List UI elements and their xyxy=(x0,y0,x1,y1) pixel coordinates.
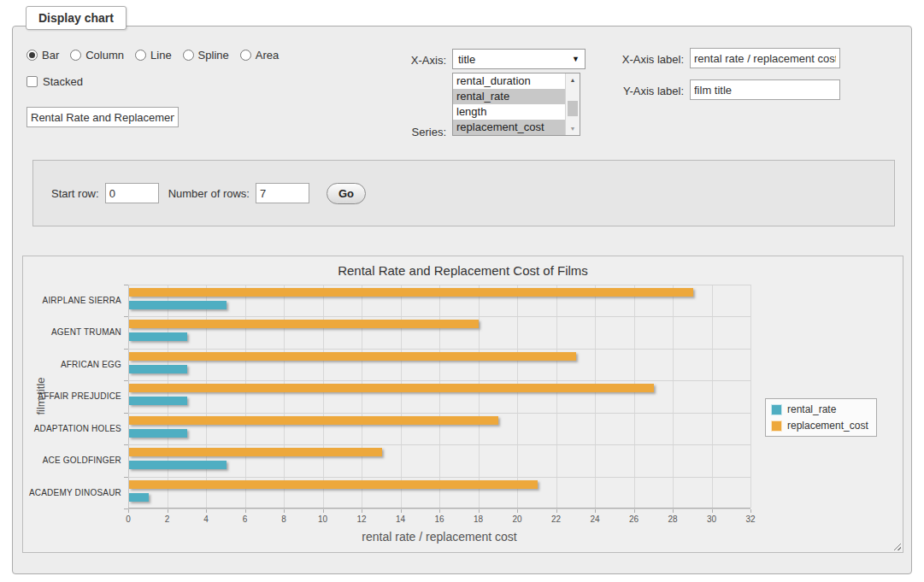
x-axis-select[interactable]: title ▼ xyxy=(452,49,586,69)
x-tick-label: 28 xyxy=(668,514,677,524)
chart-type-radio-column[interactable]: Column xyxy=(70,49,124,62)
chart-title: Rental Rate and Replacement Cost of Film… xyxy=(23,263,903,278)
gridline xyxy=(750,285,751,508)
start-row-label: Start row: xyxy=(51,187,99,200)
number-of-rows-label: Number of rows: xyxy=(168,187,250,200)
bar-replacement_cost[interactable] xyxy=(129,448,382,456)
bar-replacement_cost[interactable] xyxy=(129,352,576,361)
x-tickmark xyxy=(168,509,168,513)
legend-swatch-icon xyxy=(771,404,782,415)
chart-type-radio-area[interactable]: Area xyxy=(240,49,279,62)
x-tickmark xyxy=(712,509,713,513)
series-option-length[interactable]: length xyxy=(453,104,565,120)
x-tickmark xyxy=(556,509,557,513)
number-of-rows-input[interactable] xyxy=(256,183,309,203)
x-ticklabels: 02468101214161820222426283032 xyxy=(128,514,750,525)
start-row-input[interactable] xyxy=(105,183,159,203)
display-chart-panel: BarColumnLineSplineArea Stacked X-Axis: … xyxy=(12,26,912,574)
bar-replacement_cost[interactable] xyxy=(129,480,538,489)
y-tickmark xyxy=(124,477,128,478)
legend-item-rental_rate[interactable]: rental_rate xyxy=(771,403,868,415)
bar-rental_rate[interactable] xyxy=(129,301,227,309)
scroll-down-icon[interactable]: ▼ xyxy=(566,122,580,135)
x-tick-label: 16 xyxy=(434,514,444,524)
bar-rental_rate[interactable] xyxy=(129,493,149,502)
bar-replacement_cost[interactable] xyxy=(129,320,479,328)
go-button[interactable]: Go xyxy=(327,183,366,204)
chart-type-radio-bar[interactable]: Bar xyxy=(26,49,59,62)
bar-replacement_cost[interactable] xyxy=(129,416,498,425)
x-tick-label: 30 xyxy=(707,514,716,524)
series-listbox-scrollbar[interactable]: ▲ ▼ xyxy=(565,73,580,135)
chart-type-radio-spline[interactable]: Spline xyxy=(183,49,229,62)
stacked-label[interactable]: Stacked xyxy=(43,75,83,88)
chart-type-label[interactable]: Column xyxy=(85,49,124,62)
category-label: AIRPLANE SIERRA xyxy=(23,296,121,305)
legend-item-replacement_cost[interactable]: replacement_cost xyxy=(771,420,868,432)
stacked-checkbox-row[interactable]: Stacked xyxy=(26,75,83,88)
bar-rental_rate[interactable] xyxy=(129,365,187,373)
category-label: AGENT TRUMAN xyxy=(23,327,121,337)
gridline xyxy=(128,444,750,445)
category-label: AFRICAN EGG xyxy=(23,360,121,369)
y-tickmark xyxy=(124,285,128,285)
radio-icon[interactable] xyxy=(183,50,194,61)
x-tick-label: 4 xyxy=(203,514,209,524)
y-tickmarks xyxy=(124,285,128,509)
stacked-checkbox[interactable] xyxy=(26,76,38,87)
radio-icon[interactable] xyxy=(240,50,251,61)
series-options: rental_durationrental_ratelengthreplacem… xyxy=(453,73,565,135)
gridline xyxy=(517,285,518,508)
y-axis-label-input[interactable] xyxy=(690,79,840,100)
x-tickmark xyxy=(245,509,246,513)
x-tick-label: 0 xyxy=(126,514,131,524)
category-labels: AIRPLANE SIERRAAGENT TRUMANAFRICAN EGGAF… xyxy=(23,285,121,509)
bar-replacement_cost[interactable] xyxy=(129,288,693,297)
gridline xyxy=(673,285,674,508)
category-label: ADAPTATION HOLES xyxy=(23,424,121,433)
gridline xyxy=(595,285,596,508)
resize-handle-icon[interactable] xyxy=(892,541,901,550)
chart-type-label[interactable]: Line xyxy=(150,49,172,62)
x-tick-label: 22 xyxy=(551,514,561,524)
series-option-rental_rate[interactable]: rental_rate xyxy=(453,89,565,104)
scroll-up-icon[interactable]: ▲ xyxy=(566,73,580,86)
gridline xyxy=(323,285,324,508)
x-axis-label-input[interactable] xyxy=(690,48,840,68)
category-label: ACADEMY DINOSAUR xyxy=(23,488,121,497)
chart-type-label[interactable]: Area xyxy=(256,49,279,62)
bar-rental_rate[interactable] xyxy=(129,429,187,438)
x-tickmark xyxy=(401,509,402,513)
gridline xyxy=(128,380,750,381)
y-axis-label-label: Y-Axis label: xyxy=(601,85,684,97)
series-option-replacement_cost[interactable]: replacement_cost xyxy=(453,120,565,135)
panel-title: Display chart xyxy=(26,6,127,30)
bar-rental_rate[interactable] xyxy=(129,397,187,405)
chart-type-radio-group: BarColumnLineSplineArea xyxy=(26,49,290,62)
x-tick-label: 18 xyxy=(474,514,483,524)
series-listbox[interactable]: rental_durationrental_ratelengthreplacem… xyxy=(452,73,580,136)
gridline xyxy=(712,285,713,508)
chart-type-radio-line[interactable]: Line xyxy=(135,49,172,62)
radio-icon[interactable] xyxy=(26,50,38,61)
bar-rental_rate[interactable] xyxy=(129,332,187,341)
chart-title-input[interactable] xyxy=(26,107,179,127)
legend-label[interactable]: replacement_cost xyxy=(787,420,868,432)
legend-label[interactable]: rental_rate xyxy=(787,403,836,415)
select-dropdown-arrow-icon: ▼ xyxy=(572,55,580,63)
x-axis-label-label: X-Axis label: xyxy=(601,53,684,66)
x-tick-label: 12 xyxy=(356,514,366,524)
radio-icon[interactable] xyxy=(70,50,81,61)
page: Display chart BarColumnLineSplineArea St… xyxy=(0,0,924,582)
row-range-box: Start row: Number of rows: Go xyxy=(32,160,895,226)
bar-replacement_cost[interactable] xyxy=(129,384,654,392)
x-tick-label: 14 xyxy=(396,514,405,524)
radio-icon[interactable] xyxy=(135,50,146,61)
category-label: AFFAIR PREJUDICE xyxy=(23,391,121,401)
series-option-rental_duration[interactable]: rental_duration xyxy=(453,73,565,89)
chart-type-label[interactable]: Bar xyxy=(42,49,59,62)
chart-type-label[interactable]: Spline xyxy=(198,49,229,62)
x-tickmark xyxy=(284,509,285,513)
scrollbar-thumb[interactable] xyxy=(568,101,578,116)
bar-rental_rate[interactable] xyxy=(129,461,227,469)
